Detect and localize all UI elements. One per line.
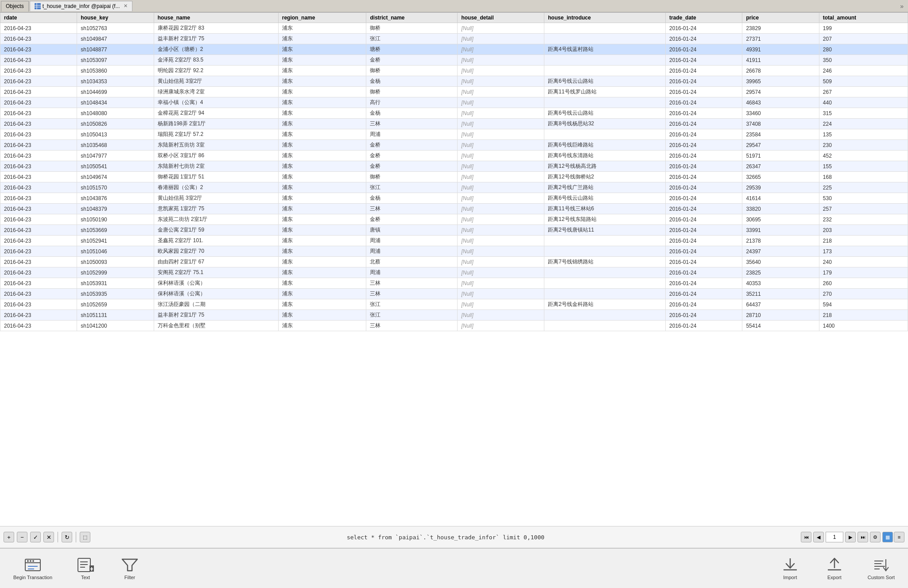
col-header-rdate[interactable]: rdate <box>0 13 77 23</box>
table-row[interactable]: 2016-04-23sh1053931保利林语溪（公寓）浦东三林[Null]20… <box>0 278 908 289</box>
cell-house_introduce: 距离6号线巨峰路站 <box>544 140 666 151</box>
cell-house_name: 杨新路198弄 2室1厅 <box>154 119 278 129</box>
prev-page-button[interactable]: ◀ <box>813 532 824 542</box>
table-row[interactable]: 2016-04-23sh1035468东陆新村五街坊 3室浦东金桥[Null]距… <box>0 140 908 151</box>
table-row[interactable]: 2016-04-23sh1044699绿洲康城亲水湾 2室浦东御桥[Null]距… <box>0 87 908 97</box>
table-row[interactable]: 2016-04-23sh1050413瑞阳苑 2室1厅 57.2浦东周浦[Nul… <box>0 129 908 140</box>
cell-total_amount: 218 <box>819 236 908 246</box>
table-row[interactable]: 2016-04-23sh1043876黄山始信苑 3室2厅浦东金杨[Null]距… <box>0 193 908 204</box>
cancel-button[interactable]: ✕ <box>43 532 54 542</box>
table-row[interactable]: 2016-04-23sh1051570春港丽园（公寓）2浦东张江[Null]距离… <box>0 182 908 193</box>
cell-house_name: 幸福小镇（公寓）4 <box>154 97 278 108</box>
text-button[interactable]: Text <box>70 554 101 583</box>
table-row[interactable]: 2016-04-23sh1050093由由四村 2室1厅 67浦东北蔡[Null… <box>0 257 908 267</box>
remove-row-button[interactable]: − <box>17 532 27 542</box>
first-page-button[interactable]: ⏮ <box>801 532 811 542</box>
col-header-house_introduce[interactable]: house_introduce <box>544 13 666 23</box>
table-row[interactable]: 2016-04-23sh1050826杨新路198弄 2室1厅浦东三林[Null… <box>0 119 908 129</box>
col-header-region_name[interactable]: region_name <box>278 13 366 23</box>
tab-expand-button[interactable]: » <box>896 3 907 10</box>
tab-query[interactable]: t_house_trade_infor @paipai (f... ✕ <box>30 1 132 12</box>
filter-button[interactable]: Filter <box>114 554 145 583</box>
cell-house_introduce: 距离12号线东陆路站 <box>544 214 666 225</box>
cell-house_key: sh1053931 <box>77 278 154 289</box>
col-header-district_name[interactable]: district_name <box>366 13 458 23</box>
cell-house_key: sh1050093 <box>77 257 154 267</box>
table-row[interactable]: 2016-04-23sh1047977双桥小区 3室1厅 86浦东金桥[Null… <box>0 151 908 161</box>
grid-view-button[interactable]: ▦ <box>882 532 893 542</box>
settings-button[interactable]: ⚙ <box>870 532 881 542</box>
next-page-button[interactable]: ▶ <box>845 532 856 542</box>
custom-sort-button[interactable]: Custom Sort <box>863 554 899 583</box>
import-label: Import <box>783 575 797 580</box>
table-row[interactable]: 2016-04-23sh1052941圣鑫苑 2室2厅 101.浦东周浦[Nul… <box>0 236 908 246</box>
cell-trade_date: 2016-01-24 <box>666 236 742 246</box>
import-button[interactable]: Import <box>775 554 806 583</box>
table-row[interactable]: 2016-04-23sh1050190东波苑二街坊 2室1厅浦东金桥[Null]… <box>0 214 908 225</box>
table-row[interactable]: 2016-04-23sh1053097金泽苑 2室2厅 83.5浦东金桥[Nul… <box>0 55 908 66</box>
copy-button[interactable]: ⬚ <box>80 532 90 542</box>
col-header-house_key[interactable]: house_key <box>77 13 154 23</box>
filter-label: Filter <box>124 575 135 580</box>
cell-house_key: sh1053935 <box>77 289 154 299</box>
table-row[interactable]: 2016-04-23sh1050541东陆新村七街坊 2室浦东金桥[Null]距… <box>0 161 908 172</box>
cell-district_name: 金桥 <box>366 151 458 161</box>
cell-region_name: 浦东 <box>278 310 366 321</box>
cell-house_introduce <box>544 267 666 278</box>
table-row[interactable]: 2016-04-23sh1053669金唐公寓 2室1厅 59浦东唐镇[Null… <box>0 225 908 236</box>
cell-trade_date: 2016-01-24 <box>666 76 742 87</box>
cell-house_introduce: 距离12号线御桥站2 <box>544 172 666 182</box>
cell-house_key: sh1051131 <box>77 310 154 321</box>
table-row[interactable]: 2016-04-23sh1048434幸福小镇（公寓）4浦东高行[Null]20… <box>0 97 908 108</box>
table-row[interactable]: 2016-04-23sh1049674御桥花园 1室1厅 51浦东御桥[Null… <box>0 172 908 182</box>
export-button[interactable]: Export <box>819 554 850 583</box>
table-row[interactable]: 2016-04-23sh1053935保利林语溪（公寓）浦东三林[Null]20… <box>0 289 908 299</box>
col-header-trade_date[interactable]: trade_date <box>666 13 742 23</box>
col-header-price[interactable]: price <box>742 13 819 23</box>
refresh-button[interactable]: ↻ <box>62 532 72 542</box>
cell-price: 33820 <box>742 204 819 214</box>
page-input[interactable] <box>826 532 843 542</box>
table-body: 2016-04-23sh1052763康桥花园 2室2厅 83浦东御桥[Null… <box>0 23 908 331</box>
tab-close-button[interactable]: ✕ <box>124 3 128 9</box>
cell-district_name: 金桥 <box>366 140 458 151</box>
table-row[interactable]: 2016-04-23sh1041200万科金色里程（别墅浦东三林[Null]20… <box>0 321 908 331</box>
sql-toolbar: + − ✓ ✕ ↻ ⬚ select * from `paipai`.`t_ho… <box>0 526 908 548</box>
table-row[interactable]: 2016-04-23sh1053860明纶园 2室2厅 92.2浦东御桥[Nul… <box>0 66 908 76</box>
list-view-button[interactable]: ≡ <box>894 532 904 542</box>
table-row[interactable]: 2016-04-23sh1048080金樟花苑 2室2厅 94浦东金杨[Null… <box>0 108 908 119</box>
table-row[interactable]: 2016-04-23sh1049847益丰新村 2室1厅 75浦东张江[Null… <box>0 34 908 44</box>
col-header-house_detail[interactable]: house_detail <box>458 13 544 23</box>
table-row[interactable]: 2016-04-23sh1051131益丰新村 2室1厅 75浦东张江[Null… <box>0 310 908 321</box>
cell-region_name: 浦东 <box>278 236 366 246</box>
cell-house_key: sh1047977 <box>77 151 154 161</box>
cell-total_amount: 179 <box>819 267 908 278</box>
cell-house_introduce <box>544 321 666 331</box>
table-row[interactable]: 2016-04-23sh1048379意凯家苑 1室2厅 75浦东三林[Null… <box>0 204 908 214</box>
cell-price: 23584 <box>742 129 819 140</box>
last-page-button[interactable]: ⏭ <box>858 532 868 542</box>
cell-price: 41911 <box>742 55 819 66</box>
begin-transaction-button[interactable]: Begin Transaction <box>9 554 57 583</box>
cell-trade_date: 2016-01-24 <box>666 108 742 119</box>
cell-rdate: 2016-04-23 <box>0 161 77 172</box>
table-row[interactable]: 2016-04-23sh1052999安阁苑 2室2厅 75.1浦东周浦[Nul… <box>0 267 908 278</box>
confirm-button[interactable]: ✓ <box>30 532 41 542</box>
tab-objects[interactable]: Objects <box>1 1 29 12</box>
col-header-house_name[interactable]: house_name <box>154 13 278 23</box>
cell-house_key: sh1050413 <box>77 129 154 140</box>
add-row-button[interactable]: + <box>4 532 14 542</box>
svg-marker-18 <box>122 559 137 571</box>
cell-house_detail: [Null] <box>458 129 544 140</box>
cell-house_detail: [Null] <box>458 119 544 129</box>
table-row[interactable]: 2016-04-23sh1052763康桥花园 2室2厅 83浦东御桥[Null… <box>0 23 908 34</box>
cell-price: 55414 <box>742 321 819 331</box>
table-row[interactable]: 2016-04-23sh1034353黄山始信苑 3室2厅浦东金杨[Null]距… <box>0 76 908 87</box>
col-header-total_amount[interactable]: total_amount <box>819 13 908 23</box>
table-row[interactable]: 2016-04-23sh1048877金浦小区（塘桥）2浦东塘桥[Null]距离… <box>0 44 908 55</box>
table-row[interactable]: 2016-04-23sh1051046欧风家园 2室2厅 70浦东周浦[Null… <box>0 246 908 257</box>
cell-region_name: 浦东 <box>278 321 366 331</box>
cell-house_key: sh1050826 <box>77 119 154 129</box>
cell-price: 26678 <box>742 66 819 76</box>
table-row[interactable]: 2016-04-23sh1052659张江汤臣豪园（二期浦东张江[Null]距离… <box>0 299 908 310</box>
